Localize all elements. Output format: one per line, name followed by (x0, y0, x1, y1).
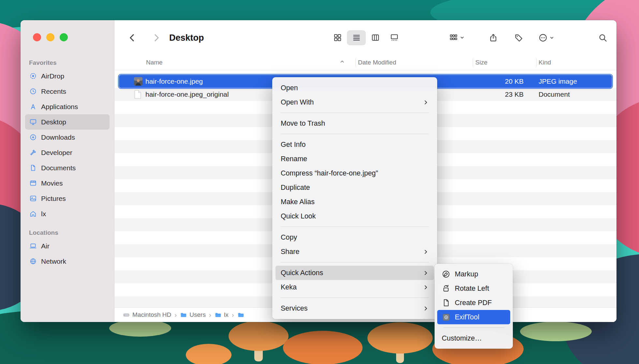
toolbar: Desktop (114, 20, 617, 55)
sidebar-item-recents[interactable]: Recents (25, 84, 110, 99)
sort-ascending-icon (339, 59, 345, 66)
tags-button[interactable] (514, 33, 523, 42)
menu-item-label: ExifTool (455, 313, 479, 321)
menu-item-open-with[interactable]: Open With (275, 95, 434, 109)
search-button[interactable] (598, 33, 607, 42)
menu-item-label: Get Info (281, 141, 306, 149)
sidebar-item-desktop[interactable]: Desktop (25, 114, 110, 130)
sidebar-item-pictures[interactable]: Pictures (25, 191, 110, 206)
column-header-kind[interactable]: Kind (539, 59, 551, 66)
chevron-right-icon (423, 284, 429, 290)
menu-item-get-info[interactable]: Get Info (275, 137, 434, 152)
sidebar-section-favorites: Favorites (29, 59, 106, 66)
group-by-icon (449, 33, 458, 42)
menu-item-open[interactable]: Open (275, 81, 434, 95)
sidebar-item-downloads[interactable]: Downloads (25, 130, 110, 145)
list-column-headers: Name Date Modified Size Kind (114, 55, 617, 70)
zoom-button[interactable] (60, 33, 68, 41)
exiftool-icon (442, 313, 450, 321)
menu-item-label: Customize… (442, 334, 482, 343)
sidebar-item-label: Recents (41, 88, 66, 95)
sidebar-item-label: Movies (41, 179, 63, 187)
close-button[interactable] (33, 33, 41, 41)
menu-item-quick-look[interactable]: Quick Look (275, 209, 434, 223)
folder-icon (237, 312, 244, 318)
globe-icon (29, 258, 37, 265)
folder-icon (180, 312, 187, 318)
sidebar-item-lx[interactable]: lx (25, 206, 110, 221)
share-button[interactable] (489, 33, 498, 42)
menu-item-copy[interactable]: Copy (275, 230, 434, 245)
create-pdf-icon (442, 299, 450, 307)
submenu-item-create-pdf[interactable]: Create PDF (437, 296, 510, 310)
rotate-left-icon (442, 284, 450, 293)
chevron-down-icon (460, 35, 465, 40)
menu-separator (281, 113, 429, 113)
menu-item-label: Markup (455, 270, 478, 278)
path-separator-icon: › (232, 311, 234, 319)
group-by-button[interactable] (449, 33, 465, 42)
menu-item-label: Copy (281, 233, 297, 242)
submenu-item-rotate-left[interactable]: Rotate Left (437, 281, 510, 296)
column-header-name[interactable]: Name (146, 59, 163, 66)
column-view-button[interactable] (366, 30, 385, 45)
column-header-size[interactable]: Size (475, 59, 487, 66)
sidebar-section-locations: Locations (29, 229, 106, 236)
menu-item-label: Duplicate (281, 184, 310, 192)
icon-view-button[interactable] (328, 30, 347, 45)
sidebar-item-movies[interactable]: Movies (25, 175, 110, 191)
menu-item-label: Open With (281, 98, 314, 106)
back-button[interactable] (127, 33, 137, 43)
file-size: 23 KB (473, 91, 524, 98)
list-view-button[interactable] (347, 30, 366, 45)
sidebar-item-developer[interactable]: Developer (25, 145, 110, 160)
view-switcher (328, 30, 404, 45)
clock-icon (29, 88, 37, 95)
menu-item-quick-actions[interactable]: Quick Actions (275, 266, 434, 280)
column-header-date-modified[interactable]: Date Modified (358, 59, 396, 66)
menu-item-share[interactable]: Share (275, 245, 434, 259)
more-options-button[interactable] (538, 33, 554, 42)
markup-icon (442, 270, 450, 278)
path-item-users[interactable]: Users (180, 311, 206, 318)
menu-item-make-alias[interactable]: Make Alias (275, 195, 434, 209)
forward-button[interactable] (151, 33, 161, 43)
menu-separator (281, 134, 429, 134)
menu-separator (281, 227, 429, 227)
menu-item-label: Quick Look (281, 212, 316, 220)
sidebar-item-airdrop[interactable]: AirDrop (25, 68, 110, 84)
sidebar-item-applications[interactable]: Applications (25, 99, 110, 114)
menu-item-services[interactable]: Services (275, 301, 434, 315)
menu-item-label: Move to Trash (281, 119, 325, 128)
menu-item-label: Rename (281, 155, 307, 163)
submenu-item-exiftool[interactable]: ExifTool (437, 310, 510, 324)
menu-item-rename[interactable]: Rename (275, 152, 434, 166)
window-controls (33, 33, 68, 41)
menu-item-label: Services (281, 304, 307, 313)
gallery-view-button[interactable] (385, 30, 404, 45)
path-item-macintosh-hd[interactable]: Macintosh HD (123, 311, 171, 318)
sidebar-item-network[interactable]: Network (25, 254, 110, 269)
document-icon (29, 164, 37, 172)
file-kind: Document (539, 91, 570, 98)
window-title: Desktop (169, 33, 204, 43)
sidebar-item-air[interactable]: Air (25, 238, 110, 254)
path-item-folder[interactable] (237, 312, 244, 318)
menu-item-duplicate[interactable]: Duplicate (275, 180, 434, 195)
menu-separator (281, 262, 429, 262)
path-item-label: lx (224, 311, 229, 318)
image-thumbnail-icon (134, 77, 142, 86)
menu-item-move-to-trash[interactable]: Move to Trash (275, 116, 434, 131)
hammer-icon (29, 149, 37, 157)
menu-item-compress[interactable]: Compress “hair-force-one.jpeg” (275, 166, 434, 180)
submenu-item-customize[interactable]: Customize… (437, 331, 510, 345)
minimize-button[interactable] (46, 33, 54, 41)
menu-item-keka[interactable]: Keka (275, 280, 434, 294)
path-item-lx[interactable]: lx (215, 311, 229, 318)
sidebar-item-label: lx (41, 210, 46, 218)
sidebar-item-documents[interactable]: Documents (25, 160, 110, 175)
submenu-item-markup[interactable]: Markup (437, 267, 510, 281)
sidebar-item-label: Developer (41, 149, 72, 157)
file-kind: JPEG image (539, 77, 577, 85)
menu-separator (443, 328, 504, 328)
